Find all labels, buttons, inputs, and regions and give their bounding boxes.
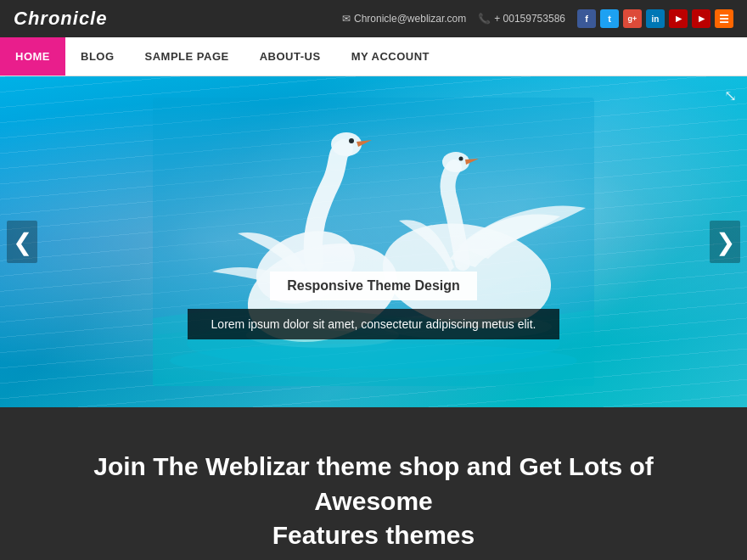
nav-sample-page[interactable]: SAMPLE PAGE [130, 37, 244, 76]
svg-point-5 [331, 132, 362, 156]
hero-slider: ❮ ❯ ⤡ Responsive Theme Design Lorem ipsu… [0, 76, 747, 407]
facebook-icon[interactable]: f [577, 9, 596, 28]
googleplus-icon[interactable]: g+ [623, 9, 642, 28]
top-bar: Chronicle ✉ Chronicle@weblizar.com 📞 + 0… [0, 0, 747, 37]
linkedin-icon[interactable]: in [646, 9, 665, 28]
promo-section: Join The Weblizar theme shop and Get Lot… [0, 407, 747, 560]
slider-caption: Responsive Theme Design Lorem ipsum dolo… [187, 272, 560, 339]
site-title: Chronicle [14, 8, 107, 30]
slider-prev-button[interactable]: ❮ [7, 221, 37, 263]
email-icon: ✉ [342, 13, 351, 25]
rss-icon[interactable]: ☰ [715, 9, 733, 28]
top-bar-right: ✉ Chronicle@weblizar.com 📞 + 00159753586… [342, 9, 733, 28]
nav-my-account[interactable]: MY ACCOUNT [336, 37, 445, 76]
hero-background [0, 76, 747, 407]
social-icons: f t g+ in ▶ ▶ ☰ [577, 9, 733, 28]
svg-point-9 [459, 157, 463, 161]
svg-point-6 [349, 138, 354, 143]
slider-next-button[interactable]: ❯ [710, 221, 740, 263]
caption-title: Responsive Theme Design [270, 272, 477, 300]
promo-heading: Join The Weblizar theme shop and Get Lot… [51, 450, 696, 553]
nav-home[interactable]: HOME [0, 37, 65, 76]
email-info: ✉ Chronicle@weblizar.com [342, 13, 466, 25]
phone-icon: 📞 [478, 13, 491, 25]
nav-bar: HOME BLOG SAMPLE PAGE ABOUT-US MY ACCOUN… [0, 37, 747, 76]
caption-description: Lorem ipsum dolor sit amet, consectetur … [188, 309, 560, 339]
contact-info: ✉ Chronicle@weblizar.com 📞 + 00159753586 [342, 13, 565, 25]
youtube2-icon[interactable]: ▶ [692, 9, 710, 28]
expand-icon[interactable]: ⤡ [724, 87, 737, 105]
swan-image [0, 76, 747, 407]
email-address: Chronicle@weblizar.com [354, 13, 466, 25]
phone-number: + 00159753586 [494, 13, 565, 25]
nav-about-us[interactable]: ABOUT-US [244, 37, 336, 76]
phone-info: 📞 + 00159753586 [478, 13, 565, 25]
youtube-icon[interactable]: ▶ [669, 9, 688, 28]
svg-point-8 [442, 152, 469, 172]
nav-blog[interactable]: BLOG [65, 37, 130, 76]
twitter-icon[interactable]: t [600, 9, 619, 28]
